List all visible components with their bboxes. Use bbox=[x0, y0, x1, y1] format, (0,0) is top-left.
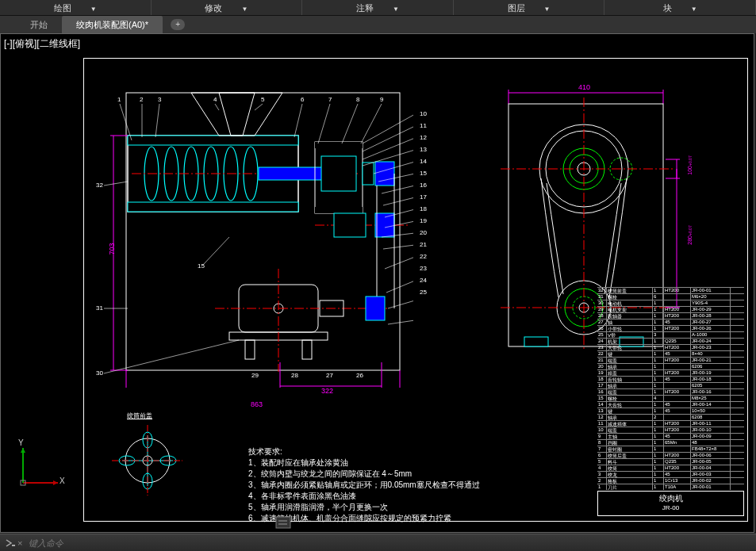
svg-rect-2 bbox=[128, 136, 298, 145]
balloon-32: 32 bbox=[96, 182, 103, 189]
technical-notes: 技术要求: 1、装配时应在轴承处涂黄油 2、绞筒内壁与绞龙之间的间隙保证在 4～… bbox=[248, 446, 480, 524]
balloon-23: 23 bbox=[420, 265, 427, 272]
dim-100: 100+0.07 bbox=[687, 155, 693, 174]
svg-line-71 bbox=[203, 237, 229, 265]
menu-modify[interactable]: 修改▼ bbox=[152, 0, 303, 15]
bom-row: 12轴承26208 bbox=[597, 414, 744, 420]
svg-rect-112 bbox=[12, 545, 15, 546]
note-1: 1、装配时应在轴承处涂黄油 bbox=[248, 457, 480, 469]
bom-row: 8挡圈165Mn48 bbox=[597, 439, 744, 446]
command-line[interactable]: × bbox=[0, 534, 756, 551]
svg-rect-20 bbox=[334, 213, 366, 237]
svg-line-70 bbox=[104, 340, 239, 373]
bom-row: 9主轴145JR-00-09 bbox=[597, 433, 744, 439]
balloon-16: 16 bbox=[420, 182, 427, 189]
bom-row: 15螺栓4M8×25 bbox=[597, 395, 744, 401]
command-panel-icon[interactable] bbox=[275, 516, 291, 529]
balloon-4: 4 bbox=[213, 96, 217, 103]
tabbar: 开始 绞肉机装配图(A0)* + bbox=[0, 16, 756, 33]
menu-block[interactable]: 块▼ bbox=[604, 0, 756, 15]
bom-row: 14大齿轮145JR-00-14 bbox=[597, 401, 744, 408]
svg-marker-4 bbox=[191, 93, 282, 136]
bom-row: 10端盖1HT200JR-00-10 bbox=[597, 427, 744, 433]
balloon-30: 30 bbox=[96, 369, 103, 377]
balloon-25: 25 bbox=[420, 289, 427, 296]
balloon-31: 31 bbox=[96, 304, 103, 312]
svg-rect-89 bbox=[524, 337, 548, 346]
menu-draw[interactable]: 绘图▼ bbox=[0, 0, 152, 15]
aux-view-label: 绞筒前盖 bbox=[127, 411, 152, 420]
bom-row: 20轴承16206 bbox=[597, 363, 744, 369]
svg-line-61 bbox=[155, 104, 159, 137]
svg-line-64 bbox=[294, 104, 302, 137]
balloon-21: 21 bbox=[420, 241, 427, 248]
balloon-8: 8 bbox=[356, 96, 359, 103]
balloon-6: 6 bbox=[301, 96, 304, 103]
balloon-24: 24 bbox=[420, 277, 427, 284]
command-input[interactable] bbox=[29, 538, 267, 548]
note-3: 3、轴承内圈必须紧贴轴肩或定距环；用0.05mm塞尺检查不得通过 bbox=[248, 480, 480, 491]
balloon-13: 13 bbox=[420, 146, 427, 153]
balloon-12: 12 bbox=[420, 134, 427, 141]
svg-line-45 bbox=[363, 138, 413, 159]
main-view-svg bbox=[96, 86, 413, 388]
bom-row: 2格板11Cr13JR-00-02 bbox=[597, 477, 744, 484]
svg-line-66 bbox=[342, 104, 358, 143]
balloon-3: 3 bbox=[158, 96, 161, 103]
balloon-29: 29 bbox=[251, 372, 259, 379]
drawing-number: JR-00 bbox=[598, 504, 743, 511]
balloon-2: 2 bbox=[140, 96, 143, 103]
bom-row: 6绞筒后盖1HT200JR-00-06 bbox=[597, 452, 744, 458]
dim-863: 863 bbox=[251, 400, 263, 408]
drawing-canvas[interactable]: [-][俯视][二维线框] bbox=[0, 33, 754, 533]
notes-title: 技术要求: bbox=[248, 446, 480, 457]
svg-line-57 bbox=[388, 300, 413, 308]
drawing-name: 绞肉机 bbox=[598, 492, 743, 504]
bom-row: 5料斗1Q235JR-00-05 bbox=[597, 458, 744, 465]
balloon-17: 17 bbox=[420, 193, 427, 201]
tab-start[interactable]: 开始 bbox=[16, 16, 62, 33]
bom-row: 30电动机1Y90S-4 bbox=[597, 300, 744, 306]
svg-line-50 bbox=[383, 197, 413, 205]
ucs-icon[interactable]: X Y bbox=[17, 442, 64, 492]
balloon-9: 9 bbox=[380, 96, 383, 103]
bom-row: 16端盖1HT200JR-00-16 bbox=[597, 388, 744, 395]
svg-line-44 bbox=[363, 126, 413, 151]
balloon-28: 28 bbox=[291, 372, 298, 379]
bom-row: 11减速箱体1HT200JR-00-11 bbox=[597, 420, 744, 427]
bom-row: 27轴145JR-00-27 bbox=[597, 319, 744, 325]
ucs-y-label: Y bbox=[18, 438, 24, 447]
menubar: 绘图▼ 修改▼ 注释▼ 图层▼ 块▼ bbox=[0, 0, 756, 16]
ucs-x-label: X bbox=[59, 476, 65, 485]
aux-view: 绞筒前盖 bbox=[108, 421, 187, 503]
bom-row: 32绞筒前盖1HT200JR-00-01 bbox=[597, 287, 744, 293]
bom-row: 26小带轮1HT200JR-00-26 bbox=[597, 325, 744, 331]
svg-line-49 bbox=[382, 186, 413, 193]
menu-annotate[interactable]: 注释▼ bbox=[302, 0, 454, 15]
svg-line-65 bbox=[318, 104, 330, 143]
view-label[interactable]: [-][俯视][二维线框] bbox=[4, 37, 80, 51]
bom-row: 28联轴器1HT200JR-00-28 bbox=[597, 312, 744, 319]
cmd-prompt-x: × bbox=[17, 538, 22, 548]
command-chevron-icon bbox=[5, 538, 16, 549]
svg-line-63 bbox=[255, 104, 263, 110]
svg-line-68 bbox=[104, 182, 128, 186]
svg-rect-16 bbox=[315, 207, 363, 213]
dim-410: 410 bbox=[578, 83, 590, 91]
svg-marker-5 bbox=[219, 93, 255, 136]
bom-row: 24机架1Q235JR-00-24 bbox=[597, 338, 744, 344]
tab-drawing[interactable]: 绞肉机装配图(A0)* bbox=[62, 16, 163, 33]
bom-row: 29电机支架1HT200JR-00-29 bbox=[597, 306, 744, 312]
svg-line-55 bbox=[385, 257, 413, 269]
menu-layer[interactable]: 图层▼ bbox=[454, 0, 605, 15]
svg-line-67 bbox=[361, 104, 382, 143]
svg-rect-17 bbox=[321, 156, 356, 191]
svg-line-58 bbox=[388, 320, 413, 324]
svg-line-54 bbox=[383, 245, 413, 249]
balloon-22: 22 bbox=[420, 253, 427, 260]
bom-row: 13键14510×50 bbox=[597, 408, 744, 414]
dim-280: 280+0.07 bbox=[687, 225, 693, 244]
balloon-19: 19 bbox=[420, 217, 427, 224]
svg-line-62 bbox=[215, 104, 219, 110]
tab-add-button[interactable]: + bbox=[171, 19, 185, 30]
